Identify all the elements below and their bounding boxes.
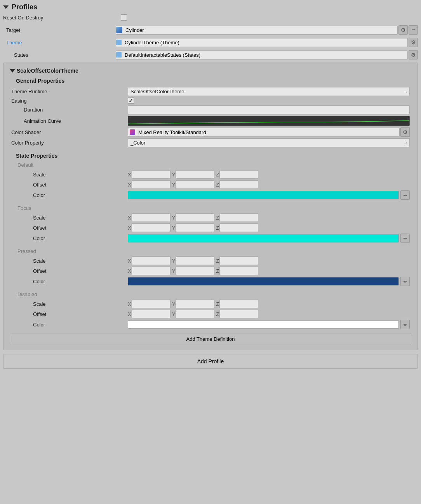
theme-field[interactable] — [116, 38, 408, 47]
general-properties-title: General Properties — [16, 78, 411, 84]
disabled-eyedropper-button[interactable] — [400, 320, 410, 329]
color-property-select[interactable]: _Color — [128, 138, 410, 147]
easing-checkbox[interactable] — [128, 98, 134, 104]
focus-offset-z-input[interactable]: 0 — [219, 223, 258, 232]
states-row: States — [3, 49, 418, 60]
pressed-scale-xyz: X1 Y1 Z1 — [128, 256, 410, 265]
theme-runtime-select[interactable]: ScaleOffsetColorTheme — [128, 87, 410, 96]
color-shader-field[interactable] — [128, 128, 400, 137]
add-theme-definition-button[interactable]: Add Theme Definition — [10, 333, 411, 345]
focus-offset-x-input[interactable]: 0 — [132, 223, 170, 232]
pressed-scale-z-input[interactable]: 1 — [219, 256, 258, 265]
default-offset-y-input[interactable]: 0 — [176, 180, 214, 189]
focus-scale-z-input[interactable]: 1 — [219, 213, 258, 222]
theme-label: Theme — [3, 40, 116, 45]
theme-gear-button[interactable] — [409, 38, 418, 47]
focus-scale-y-input[interactable]: 1 — [176, 213, 214, 222]
pressed-offset-xyz: X0 Y-0.32 Z0 — [128, 267, 410, 275]
focus-scale-x-input[interactable]: 1 — [132, 213, 170, 222]
default-offset-y-label: Y — [172, 182, 176, 188]
target-gear-button[interactable] — [398, 25, 408, 35]
theme-inner-section: ScaleOffsetColorTheme General Properties… — [3, 63, 418, 350]
reset-on-destroy-checkbox[interactable] — [121, 14, 127, 21]
default-scale-x-group: X 1 — [128, 170, 170, 179]
theme-runtime-select-wrapper[interactable]: ScaleOffsetColorTheme — [128, 87, 410, 96]
focus-color-swatch[interactable] — [128, 234, 399, 242]
disabled-color-swatch[interactable] — [128, 320, 399, 329]
easing-label: Easing — [11, 98, 128, 104]
color-shader-row: Color Shader — [10, 127, 411, 137]
disabled-scale-x-input[interactable]: 1 — [132, 300, 170, 308]
target-minus-button[interactable]: − — [409, 25, 418, 35]
duration-input[interactable]: 0.1 — [128, 105, 410, 114]
target-label: Target — [3, 27, 116, 33]
states-field[interactable] — [116, 51, 408, 59]
default-offset-label: Offset — [11, 182, 128, 188]
focus-scale-xyz: X1 Y1 Z1 — [128, 213, 410, 222]
color-shader-gear-button[interactable] — [400, 127, 410, 137]
states-input[interactable] — [123, 51, 407, 59]
disabled-offset-xyz: X0 Y0 Z0 — [128, 310, 410, 318]
states-gear-button[interactable] — [409, 50, 418, 59]
default-color-swatch-row — [128, 190, 410, 200]
default-scale-z-group: Z 1 — [216, 170, 258, 179]
focus-offset-label: Offset — [11, 225, 128, 231]
focus-offset-y-input[interactable]: 0 — [176, 223, 214, 232]
default-scale-z-label: Z — [216, 172, 219, 178]
eyedropper-icon — [404, 321, 407, 328]
default-color-label: Color — [11, 192, 128, 198]
target-field[interactable] — [116, 26, 398, 35]
disabled-offset-z-input[interactable]: 0 — [219, 310, 258, 318]
theme-runtime-label: Theme Runtime — [11, 89, 128, 94]
color-shader-input[interactable] — [137, 128, 399, 136]
default-scale-row: Scale X 1 Y 1 Z 1 — [10, 170, 411, 179]
pressed-scale-y-input[interactable]: 1 — [176, 256, 214, 265]
default-scale-z-input[interactable]: 1 — [219, 170, 258, 179]
default-scale-x-input[interactable]: 1 — [132, 170, 170, 179]
theme-row: Theme — [3, 37, 418, 48]
focus-state-label: Focus — [17, 205, 411, 211]
theme-section-collapse-icon[interactable] — [10, 69, 15, 73]
color-property-label: Color Property — [11, 140, 128, 146]
default-color-swatch[interactable] — [128, 191, 399, 199]
disabled-offset-z-label: Z — [216, 311, 219, 317]
eyedropper-icon — [404, 235, 407, 241]
disabled-offset-label: Offset — [11, 311, 128, 317]
focus-eyedropper-button[interactable] — [400, 234, 410, 243]
color-property-select-wrapper[interactable]: _Color — [128, 138, 410, 147]
disabled-scale-y-input[interactable]: 1 — [176, 300, 214, 308]
disabled-scale-z-label: Z — [216, 301, 219, 307]
duration-row: Duration 0.1 — [10, 105, 411, 114]
pressed-offset-z-input[interactable]: 0 — [219, 267, 258, 275]
default-offset-row: Offset X 0 Y 0 Z 0 — [10, 180, 411, 189]
pressed-offset-x-input[interactable]: 0 — [132, 267, 170, 275]
pressed-offset-row: Offset X0 Y-0.32 Z0 — [10, 267, 411, 275]
focus-scale-z-label: Z — [216, 215, 219, 221]
disabled-offset-x-input[interactable]: 0 — [132, 310, 170, 318]
default-scale-y-input[interactable]: 1 — [176, 170, 214, 179]
default-offset-x-label: X — [128, 182, 131, 188]
animation-curve-bar[interactable] — [128, 116, 410, 126]
disabled-scale-label: Scale — [11, 301, 128, 307]
focus-scale-label: Scale — [11, 215, 128, 221]
gear-icon — [403, 129, 408, 135]
target-input[interactable] — [124, 26, 397, 34]
pressed-color-swatch[interactable] — [128, 277, 399, 286]
disabled-scale-z-input[interactable]: 1 — [219, 300, 258, 308]
pressed-offset-y-input[interactable]: -0.32 — [176, 267, 214, 275]
disabled-scale-x-label: X — [128, 301, 131, 307]
pressed-eyedropper-button[interactable] — [400, 277, 410, 286]
default-eyedropper-button[interactable] — [400, 190, 410, 200]
default-scale-y-label: Y — [172, 172, 176, 178]
profiles-collapse-icon[interactable] — [3, 5, 9, 9]
states-label: States — [3, 52, 116, 58]
theme-input[interactable] — [123, 38, 407, 47]
disabled-offset-y-input[interactable]: 0 — [176, 310, 214, 318]
disabled-state-label: Disabled — [17, 291, 411, 297]
pressed-scale-label: Scale — [11, 258, 128, 264]
pressed-scale-x-input[interactable]: 1 — [132, 256, 170, 265]
add-profile-button[interactable]: Add Profile — [3, 354, 418, 369]
default-offset-z-input[interactable]: 0 — [219, 180, 258, 189]
default-offset-x-input[interactable]: 0 — [132, 180, 170, 189]
default-scale-x-label: X — [128, 172, 131, 178]
